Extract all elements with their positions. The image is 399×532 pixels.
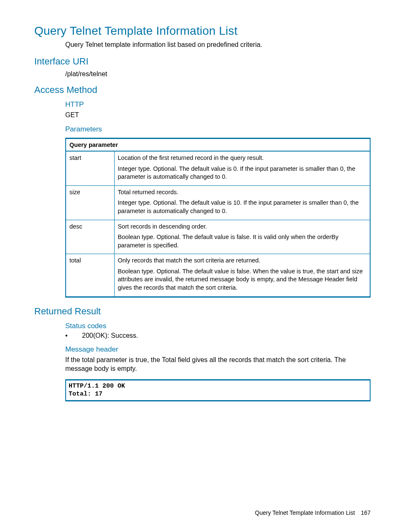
table-row: desc Sort records in descending order. B… (66, 220, 370, 254)
param-desc: Location of the first returned record in… (114, 151, 370, 185)
parameters-heading: Parameters (65, 125, 371, 134)
section-access-method: Access Method (34, 85, 371, 95)
table-row: size Total returned records. Integer typ… (66, 185, 370, 220)
parameters-table: Query parameter start Location of the fi… (65, 138, 371, 297)
status-code-item: • 200(OK): Success. (65, 332, 371, 339)
footer-page-number: 167 (361, 509, 371, 516)
param-desc: Only records that match the sort criteri… (114, 254, 370, 296)
table-row: start Location of the first returned rec… (66, 151, 370, 185)
http-heading: HTTP (65, 100, 371, 109)
param-name: desc (66, 220, 114, 254)
code-block: HTTP/1.1 200 OK Total: 17 (65, 379, 371, 401)
page-title: Query Telnet Template Information List (34, 24, 371, 38)
interface-uri-value: /plat/res/telnet (65, 69, 371, 79)
message-header-heading: Message header (65, 345, 371, 354)
param-desc: Sort records in descending order. Boolea… (114, 220, 370, 254)
intro-text: Query Telnet template information list b… (65, 41, 371, 49)
table-row: total Only records that match the sort c… (66, 254, 370, 296)
param-desc: Total returned records. Integer type. Op… (114, 185, 370, 220)
section-interface-uri: Interface URI (34, 56, 371, 67)
param-name: start (66, 151, 114, 185)
http-method: GET (65, 111, 371, 120)
status-codes-heading: Status codes (65, 322, 371, 330)
param-name: total (66, 254, 114, 296)
bullet-icon: • (65, 332, 82, 339)
section-returned-result: Returned Result (34, 306, 371, 317)
message-header-text: If the total parameter is true, the Tota… (65, 355, 371, 373)
param-name: size (66, 185, 114, 220)
status-code-text: 200(OK): Success. (82, 332, 138, 339)
footer-title: Query Telnet Template Information List (255, 509, 355, 516)
table-header: Query parameter (66, 139, 370, 151)
page-footer: Query Telnet Template Information List 1… (255, 509, 371, 516)
